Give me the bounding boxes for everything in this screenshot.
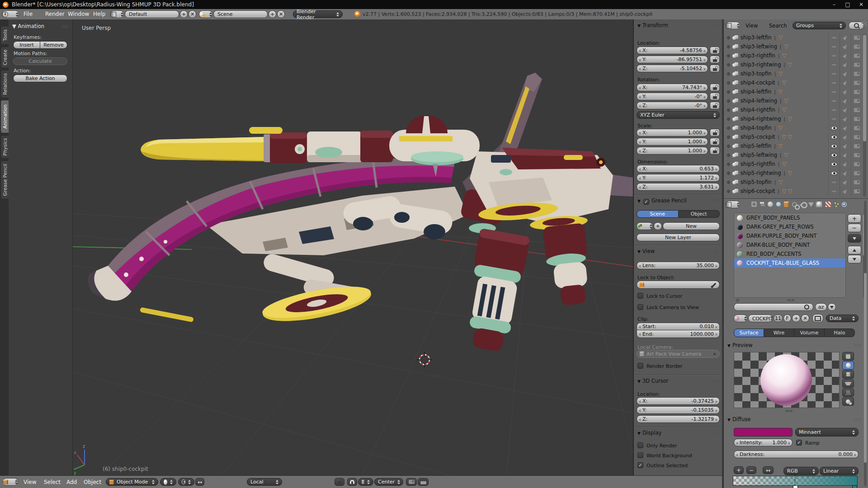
tab-constraints[interactable] [791, 201, 798, 208]
panel-drag-dots[interactable]: :::: [711, 379, 718, 383]
tab-texture[interactable] [824, 201, 832, 208]
renderability-camera-icon[interactable] [854, 45, 860, 49]
outliner-item[interactable]: ⊕ship3-rightwing|▽ [724, 60, 862, 69]
lock-to-cursor-checkbox[interactable] [637, 293, 643, 299]
selectability-cursor-icon[interactable] [843, 152, 848, 158]
visibility-eye-icon[interactable] [831, 117, 837, 121]
pivot-align-toggle[interactable]: ↔ [195, 478, 204, 486]
object-name[interactable]: ship3-rightfin [741, 52, 775, 59]
sort-alpha-button[interactable]: az [815, 303, 827, 311]
node-editor-button[interactable] [812, 314, 823, 323]
outliner-item[interactable]: ⊕ship5-leftwing|▽ [724, 150, 862, 160]
material-slot[interactable]: DARK-GREY_PLATE_ROWS [734, 222, 845, 231]
renderability-camera-icon[interactable] [854, 180, 860, 184]
visibility-eye-icon[interactable] [831, 126, 837, 130]
view-panel-header[interactable]: ▼View [637, 248, 655, 254]
gp-add-button[interactable]: + [654, 222, 662, 230]
animation-panel-header[interactable]: ▼ Animation [12, 23, 44, 29]
tab-create[interactable]: Create [0, 47, 9, 68]
tab-material[interactable] [815, 201, 823, 208]
object-name[interactable]: ship3-rightwing [741, 61, 781, 68]
snap-element-dropdown[interactable] [358, 478, 373, 486]
maximize-button[interactable]: □ [841, 1, 854, 8]
editor-type-selector[interactable] [3, 478, 18, 486]
expand-icon[interactable]: ⊕ [726, 89, 732, 94]
visibility-eye-icon[interactable] [831, 181, 837, 184]
preview-sphere-button[interactable] [842, 361, 854, 370]
outliner-item[interactable]: ⊕ship5-rightfin|▽ [724, 160, 862, 169]
filter-dropdown-button[interactable] [828, 303, 836, 311]
expand-icon[interactable]: ⊕ [726, 44, 732, 49]
tab-physics[interactable]: Physics [0, 135, 9, 159]
preview-monkey-button[interactable] [842, 379, 854, 388]
local-camera-field[interactable]: Art Pack View Camera✕ [637, 350, 720, 358]
expand-icon[interactable]: ⊕ [726, 108, 732, 113]
clip-start-field[interactable]: Start:0.010 [637, 323, 720, 330]
ramp-flip-button[interactable]: ↔ [763, 466, 774, 474]
expand-icon[interactable]: ⊕ [726, 35, 732, 40]
tab-physics[interactable] [840, 201, 848, 208]
color-ramp[interactable] [733, 476, 858, 486]
number-field[interactable]: X:1.000 [637, 129, 708, 136]
tab-object-data[interactable] [807, 201, 815, 208]
panel-drag-dots[interactable]: :::: [854, 343, 862, 347]
object-name[interactable]: ship5-topfin [741, 179, 772, 185]
expand-icon[interactable]: ⊕ [726, 153, 732, 158]
tab-relations[interactable]: Relations [0, 70, 9, 98]
world-background-checkbox[interactable] [637, 452, 643, 458]
diffuse-intensity-field[interactable]: Intensity:1.000 [734, 439, 793, 446]
lock-transform-button[interactable] [710, 47, 720, 54]
visibility-eye-icon[interactable] [831, 45, 837, 48]
expand-icon[interactable]: ⊕ [726, 171, 732, 176]
diffuse-color-swatch[interactable] [734, 428, 793, 436]
expand-icon[interactable]: ⊕ [726, 53, 732, 58]
move-slot-down-button[interactable] [848, 255, 861, 263]
number-field[interactable]: Z:1.000 [637, 147, 708, 155]
lock-camera-checkbox[interactable] [637, 304, 643, 310]
selectability-cursor-icon[interactable] [843, 134, 848, 140]
number-field[interactable]: X:0.653 [637, 165, 720, 173]
pivot-point-dropdown[interactable] [178, 478, 194, 486]
ramp-handle-active[interactable] [795, 474, 796, 488]
menu-help[interactable]: Help [93, 11, 105, 17]
expand-icon[interactable]: ⊕ [726, 80, 732, 85]
panel-drag-dots[interactable]: :::: [854, 417, 862, 422]
darkness-field[interactable]: Darkness:0.000 [734, 450, 859, 458]
preview-hair-button[interactable] [842, 388, 854, 397]
screen-layout-icon-button[interactable] [110, 10, 124, 18]
object-name[interactable]: ship5-leftfin [741, 143, 771, 149]
expand-icon[interactable]: ⊕ [726, 162, 732, 167]
material-users-button[interactable]: 11 [774, 314, 783, 322]
preview-flat-button[interactable] [842, 352, 854, 361]
scene-icon-button[interactable] [199, 10, 212, 18]
diffuse-shader-dropdown[interactable]: Minnaert [795, 428, 859, 436]
selectability-cursor-icon[interactable] [843, 62, 848, 68]
close-button[interactable]: ✕ [854, 1, 868, 8]
expand-icon[interactable]: ⊕ [726, 144, 732, 149]
lock-transform-button[interactable] [710, 129, 720, 136]
mode-halo-button[interactable]: Halo [825, 328, 855, 337]
renderability-camera-icon[interactable] [854, 171, 860, 175]
cursor-panel-header[interactable]: ▼3D Cursor [637, 378, 669, 384]
material-slot[interactable]: DARK-BLUE_BODY_PAINT [734, 240, 845, 249]
outliner-item[interactable]: ⊕ship3-rightfin|▽ [724, 51, 862, 60]
outliner-item[interactable]: ⊕ship5-topfin|▽ [724, 178, 862, 187]
number-field[interactable]: X:74.743° [637, 84, 708, 91]
number-field[interactable]: Y:-0° [637, 93, 708, 100]
lock-transform-button[interactable] [710, 84, 720, 91]
number-field[interactable]: Z:-5.10452 [637, 65, 708, 72]
new-material-button[interactable]: + [792, 314, 800, 322]
renderability-camera-icon[interactable] [854, 126, 860, 130]
selectability-cursor-icon[interactable] [843, 53, 848, 59]
outliner-item[interactable]: ⊕ship3-leftwing|▽ [724, 42, 862, 51]
renderability-camera-icon[interactable] [854, 63, 860, 67]
tab-render-layers[interactable] [758, 201, 766, 208]
ramp-interpolation-dropdown[interactable]: Linear [820, 467, 859, 475]
renderability-camera-icon[interactable] [854, 54, 860, 58]
material-browse-dropdown[interactable] [734, 314, 747, 322]
expand-icon[interactable]: ⊕ [726, 126, 732, 131]
visibility-eye-icon[interactable] [831, 54, 837, 57]
renderability-camera-icon[interactable] [854, 72, 860, 76]
panel-drag-dots[interactable]: :::: [711, 431, 718, 435]
number-field[interactable]: Y:1.172 [637, 174, 720, 182]
